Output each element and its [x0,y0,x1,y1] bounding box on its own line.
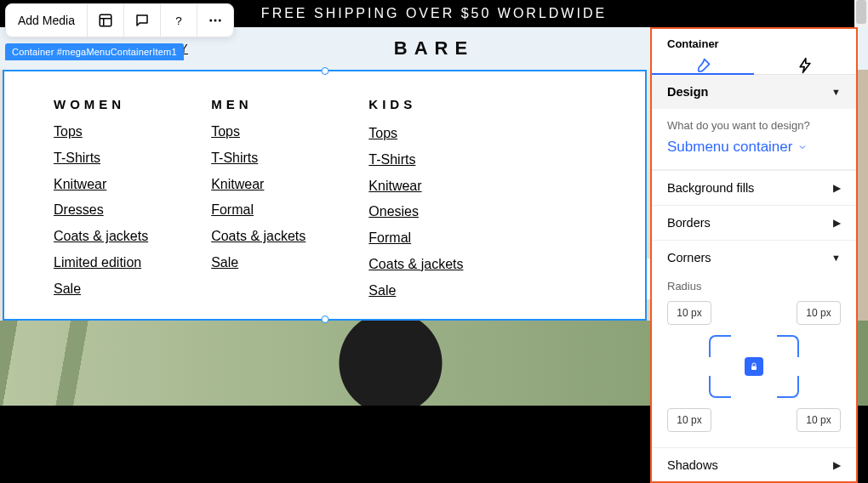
layout-button[interactable] [88,4,124,37]
mega-link[interactable]: Tops [54,122,148,143]
resize-handle-bottom[interactable] [321,315,328,323]
section-borders-label: Borders [667,216,711,230]
more-icon [208,13,223,28]
radius-label: Radius [667,280,841,293]
section-background-fills-label: Background fills [667,181,754,195]
section-design-label: Design [667,85,708,99]
brush-icon [694,57,711,74]
mega-col-title: WOMEN [54,97,148,111]
scrollbar-thumb[interactable] [856,0,866,24]
design-target-subsection: What do you want to design? Submenu cont… [652,109,856,170]
mega-link[interactable]: Dresses [54,200,148,221]
svg-rect-0 [100,14,111,26]
panel-tabs [652,57,856,75]
svg-point-6 [219,20,221,22]
design-target-dropdown[interactable]: Submenu container [667,139,841,156]
tab-design[interactable] [652,57,754,74]
section-corners-label: Corners [667,251,711,264]
inspector-panel: Container Design ▼ What do you want to d… [650,27,858,483]
svg-rect-7 [751,367,757,371]
svg-point-5 [214,20,216,22]
mega-col-title: MEN [211,97,306,111]
mega-link[interactable]: Formal [368,228,463,249]
design-question: What do you want to design? [667,119,841,132]
mega-link[interactable]: Sale [211,253,306,274]
corner-preview [709,335,799,398]
mega-link[interactable]: Tops [211,122,306,143]
more-button[interactable] [197,4,233,37]
radius-tr-value: 10 px [806,307,831,319]
mega-menu-container[interactable]: WOMEN Tops T-Shirts Knitwear Dresses Coa… [3,70,647,321]
corner-bracket-br [777,376,799,398]
corner-bracket-tl [709,335,731,357]
radius-bl-value: 10 px [677,414,701,426]
mega-col-men: MEN Tops T-Shirts Knitwear Formal Coats … [211,97,306,319]
mega-link[interactable]: Coats & jackets [368,254,463,276]
mega-link[interactable]: Limited edition [54,253,148,274]
resize-handle-top[interactable] [321,67,328,75]
caret-down-icon: ▼ [831,87,841,97]
mega-link[interactable]: Formal [211,200,306,221]
mega-link[interactable]: T-Shirts [54,148,148,169]
add-media-label: Add Media [18,14,75,27]
corner-bracket-bl [709,376,731,398]
layout-icon [98,13,113,28]
mega-link[interactable]: Knitwear [211,174,306,196]
chevron-down-icon [797,142,808,152]
section-background-fills[interactable]: Background fills ▶ [652,171,856,205]
mega-link[interactable]: Coats & jackets [54,226,148,247]
mega-link[interactable]: Sale [368,281,463,302]
mega-link[interactable]: Knitwear [368,176,463,197]
comment-button[interactable] [124,4,161,37]
mega-link[interactable]: Coats & jackets [211,226,306,247]
mega-link[interactable]: T-Shirts [368,150,463,171]
section-design[interactable]: Design ▼ [652,75,856,109]
add-media-button[interactable]: Add Media [6,4,88,37]
design-target-value: Submenu container [667,139,792,156]
section-corners[interactable]: Corners ▼ [652,241,856,275]
corners-body: Radius 10 px 10 px 10 px 10 px [652,275,856,447]
tab-animation[interactable] [754,57,856,74]
mega-link[interactable]: T-Shirts [211,148,306,169]
mega-col-title: KIDS [368,97,463,111]
radius-br-value: 10 px [806,414,831,426]
chevron-right-icon: ▶ [833,459,841,471]
context-toolbar: Add Media ? [5,3,234,37]
chevron-right-icon: ▶ [833,182,841,194]
section-shadows[interactable]: Shadows ▶ [652,448,856,482]
svg-point-4 [209,20,212,22]
mega-link[interactable]: Tops [368,123,463,145]
radius-br-input[interactable]: 10 px [797,408,841,432]
panel-title: Container [652,29,856,57]
chevron-right-icon: ▶ [833,217,841,229]
selection-chip: Container #megaMenuContainerItem1 [5,43,184,60]
bolt-icon [797,57,814,74]
radius-bl-input[interactable]: 10 px [667,408,711,432]
caret-down-icon: ▼ [831,253,841,263]
help-button[interactable]: ? [161,4,197,37]
selection-chip-label: Container #megaMenuContainerItem1 [12,47,177,57]
svg-text:?: ? [175,14,182,27]
corner-bracket-tr [777,335,799,357]
lock-icon [749,361,759,372]
radius-tl-value: 10 px [677,307,701,319]
scrollbar-track[interactable] [854,0,868,27]
lock-corners-button[interactable] [745,357,763,376]
help-icon: ? [171,13,186,28]
section-borders[interactable]: Borders ▶ [652,206,856,240]
promo-banner-text: FREE SHIPPING OVER $50 WORLDWIDE [261,6,607,21]
mega-col-kids: KIDS Tops T-Shirts Knitwear Onesies Form… [368,97,463,319]
section-shadows-label: Shadows [667,458,718,472]
mega-link[interactable]: Knitwear [54,174,148,196]
mega-link[interactable]: Onesies [368,202,463,223]
radius-tl-input[interactable]: 10 px [667,301,711,325]
radius-tr-input[interactable]: 10 px [797,301,841,325]
site-logo: BARE [394,37,474,60]
mega-link[interactable]: Sale [54,279,148,300]
mega-col-women: WOMEN Tops T-Shirts Knitwear Dresses Coa… [54,97,148,319]
comment-icon [134,13,150,28]
